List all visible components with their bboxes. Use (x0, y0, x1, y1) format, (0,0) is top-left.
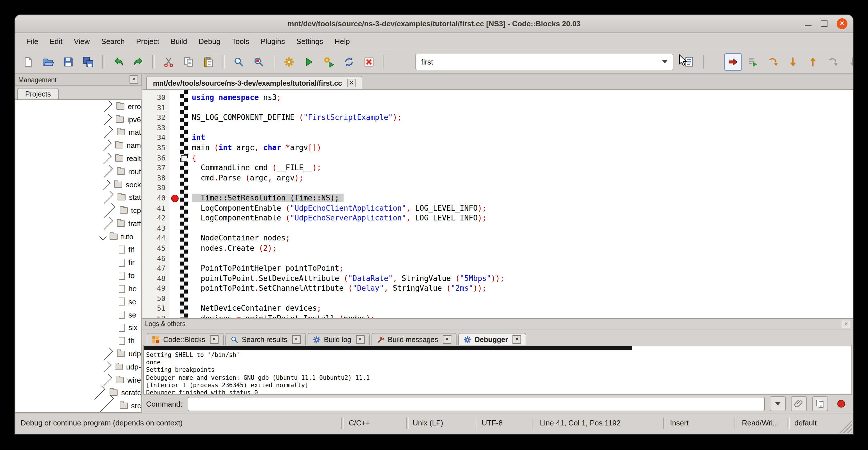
breakpoint-margin[interactable] (169, 113, 180, 122)
chevron-down-icon[interactable] (99, 233, 106, 240)
open-file-button[interactable] (39, 53, 57, 70)
run-button[interactable] (300, 53, 318, 70)
menu-file[interactable]: File (21, 34, 44, 48)
tree-item-wire[interactable]: wire (16, 373, 141, 386)
line-number[interactable]: 30 (142, 92, 169, 102)
tree-item-th[interactable]: th (16, 334, 141, 348)
line-number[interactable]: 39 (142, 183, 169, 193)
close-icon[interactable]: × (842, 320, 850, 328)
chevron-right-icon[interactable] (101, 203, 115, 217)
chevron-right-icon[interactable] (100, 217, 113, 230)
line-number[interactable]: 43 (142, 223, 169, 233)
next-instruction-button[interactable] (824, 53, 842, 70)
tree-item-traff[interactable]: traff (16, 217, 141, 230)
breakpoint-margin[interactable] (169, 163, 180, 173)
new-file-button[interactable] (20, 53, 37, 70)
copy-button[interactable] (180, 53, 197, 70)
close-icon[interactable]: × (129, 76, 138, 84)
chevron-down-icon[interactable] (662, 60, 668, 63)
menu-project[interactable]: Project (130, 34, 165, 48)
close-button[interactable]: × (837, 18, 847, 29)
replace-button[interactable] (250, 53, 268, 70)
command-dropdown-button[interactable] (770, 396, 786, 411)
menu-build[interactable]: Build (165, 34, 193, 48)
breakpoint-margin[interactable] (169, 313, 180, 318)
build-button[interactable] (280, 53, 298, 70)
maximize-button[interactable] (820, 20, 828, 27)
tree-item-tuto[interactable]: tuto (16, 230, 141, 243)
tree-item-udp[interactable]: udp (16, 347, 141, 360)
line-number[interactable]: 49 (142, 283, 169, 294)
breakpoint-margin[interactable] (169, 273, 180, 283)
close-icon[interactable]: × (292, 335, 301, 344)
tree-item-nam[interactable]: nam (16, 139, 141, 152)
next-line-button[interactable] (764, 53, 782, 70)
close-icon[interactable]: × (443, 335, 452, 344)
breakpoint-margin[interactable] (169, 253, 180, 263)
fold-marker[interactable] (181, 155, 187, 161)
breakpoint-margin[interactable] (169, 92, 180, 102)
breakpoint-margin[interactable] (169, 203, 180, 213)
breakpoint-margin[interactable] (169, 143, 180, 153)
log-tab-debugger[interactable]: Debugger× (458, 333, 526, 345)
tree-item-rout[interactable]: rout (16, 165, 141, 178)
breakpoint-margin[interactable] (169, 213, 180, 223)
editor-tab-first-cc[interactable]: mnt/dev/tools/source/ns-3-dev/examples/t… (146, 76, 363, 89)
tree-item-sock[interactable]: sock (16, 178, 141, 191)
tree-item-src[interactable]: src (16, 399, 141, 413)
line-number[interactable]: 44 (142, 233, 169, 243)
line-number[interactable]: 37 (142, 163, 169, 173)
breakpoint-margin[interactable] (169, 133, 180, 143)
cut-button[interactable] (160, 53, 178, 70)
log-tab-search-results[interactable]: Search results× (225, 333, 306, 345)
chevron-right-icon[interactable] (100, 348, 113, 360)
breakpoint-margin[interactable] (169, 153, 180, 163)
abort-build-button[interactable] (360, 53, 378, 70)
tree-item-se[interactable]: se (16, 308, 141, 322)
chevron-right-icon[interactable] (100, 191, 113, 204)
breakpoint-margin[interactable] (169, 102, 180, 113)
find-button[interactable] (230, 53, 248, 70)
menu-search[interactable]: Search (96, 34, 130, 48)
tree-item-udp-[interactable]: udp- (16, 360, 141, 373)
resize-grip[interactable] (839, 420, 852, 433)
tree-item-erro[interactable]: erro (16, 100, 141, 113)
save-all-button[interactable] (79, 53, 97, 70)
line-number[interactable]: 32 (142, 113, 169, 122)
chevron-right-icon[interactable] (100, 100, 113, 113)
tree-item-ipv6[interactable]: ipv6 (16, 113, 141, 126)
menu-debug[interactable]: Debug (193, 34, 226, 48)
chevron-right-icon[interactable] (100, 361, 111, 372)
tree-item-se[interactable]: se (16, 295, 141, 308)
tree-item-fo[interactable]: fo (16, 269, 141, 282)
chevron-right-icon[interactable] (100, 126, 113, 139)
line-number[interactable]: 47 (142, 263, 169, 273)
line-number[interactable]: 46 (142, 253, 169, 263)
step-out-button[interactable] (804, 53, 822, 70)
minimize-button[interactable] (805, 25, 811, 26)
line-number[interactable]: 42 (142, 213, 169, 223)
tree-item-realt[interactable]: realt (16, 152, 141, 165)
tree-item-fif[interactable]: fif (16, 243, 141, 257)
menu-settings[interactable]: Settings (290, 34, 329, 48)
breakpoint-margin[interactable] (169, 223, 180, 233)
close-icon[interactable]: × (513, 335, 521, 344)
line-number[interactable]: 45 (142, 243, 169, 253)
rebuild-button[interactable] (340, 53, 358, 70)
chevron-right-icon[interactable] (100, 114, 112, 125)
tree-item-mat[interactable]: mat (16, 126, 141, 139)
close-icon[interactable]: × (210, 335, 218, 344)
close-icon[interactable]: × (347, 79, 356, 87)
breakpoint-margin[interactable] (169, 294, 180, 303)
tab-projects[interactable]: Projects (17, 88, 59, 99)
menu-help[interactable]: Help (329, 34, 355, 48)
line-number[interactable]: 41 (142, 203, 169, 213)
titlebar[interactable]: mnt/dev/tools/source/ns-3-dev/examples/t… (15, 15, 853, 33)
tree-item-scratc[interactable]: scratc (16, 386, 141, 399)
chevron-right-icon[interactable] (100, 140, 111, 151)
log-tab-build-log[interactable]: Build log× (307, 333, 370, 345)
chevron-right-icon[interactable] (100, 179, 111, 190)
breakpoint-margin[interactable] (169, 283, 180, 294)
breakpoint-margin[interactable] (169, 193, 180, 203)
debugger-output[interactable]: Setting SHELL to '/bin/sh'doneSetting br… (143, 345, 852, 395)
